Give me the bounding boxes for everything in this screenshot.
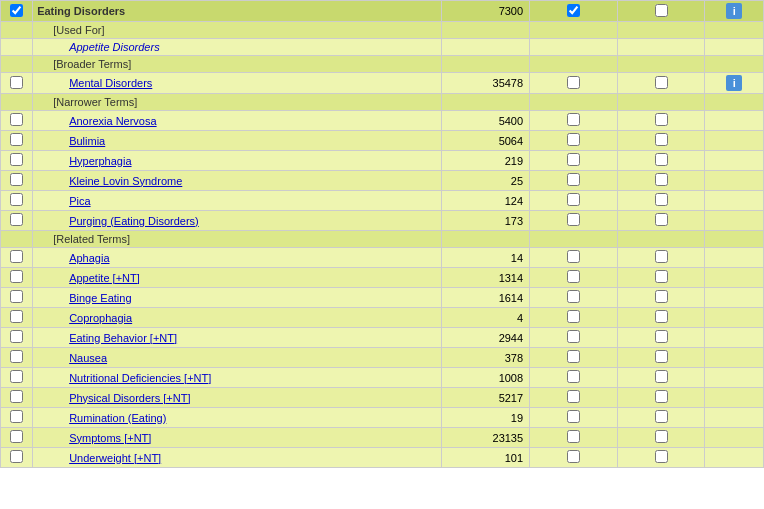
- related-cb1-0[interactable]: [567, 250, 580, 263]
- related-cb-9[interactable]: [10, 430, 23, 443]
- related-cb1-8[interactable]: [567, 410, 580, 423]
- main-term-count: 7300: [442, 1, 530, 22]
- related-cb2-10[interactable]: [655, 450, 668, 463]
- related-item-row-2: Binge Eating 1614: [1, 288, 764, 308]
- main-cb1[interactable]: [567, 4, 580, 17]
- narrower-cb-5[interactable]: [10, 213, 23, 226]
- related-item-row-4: Eating Behavior [+NT] 2944: [1, 328, 764, 348]
- related-cb1-10[interactable]: [567, 450, 580, 463]
- broader-header-row: [Broader Terms]: [1, 56, 764, 73]
- narrower-header-row: [Narrower Terms]: [1, 94, 764, 111]
- broader-item-cb1[interactable]: [567, 76, 580, 89]
- related-cb-4[interactable]: [10, 330, 23, 343]
- related-cb1-2[interactable]: [567, 290, 580, 303]
- related-cb1-1[interactable]: [567, 270, 580, 283]
- narrower-cb1-0[interactable]: [567, 113, 580, 126]
- related-item-row-1: Appetite [+NT] 1314: [1, 268, 764, 288]
- broader-item-checkbox[interactable]: [10, 76, 23, 89]
- narrower-item-row-5: Purging (Eating Disorders) 173: [1, 211, 764, 231]
- related-cb2-0[interactable]: [655, 250, 668, 263]
- used-for-header-label: [Used For]: [33, 22, 442, 39]
- narrower-cb-2[interactable]: [10, 153, 23, 166]
- related-cb2-6[interactable]: [655, 370, 668, 383]
- main-checkbox-cell[interactable]: [1, 1, 33, 22]
- main-cb2[interactable]: [655, 4, 668, 17]
- related-cb1-5[interactable]: [567, 350, 580, 363]
- narrower-cb1-4[interactable]: [567, 193, 580, 206]
- narrower-item-row-2: Hyperphagia 219: [1, 151, 764, 171]
- related-cb-5[interactable]: [10, 350, 23, 363]
- narrower-cb-1[interactable]: [10, 133, 23, 146]
- broader-header-label: [Broader Terms]: [33, 56, 442, 73]
- main-term-label: Eating Disorders: [33, 1, 442, 22]
- narrower-cb-4[interactable]: [10, 193, 23, 206]
- related-cb2-9[interactable]: [655, 430, 668, 443]
- related-cb2-4[interactable]: [655, 330, 668, 343]
- related-header-label: [Related Terms]: [33, 231, 442, 248]
- results-table: Eating Disorders 7300 i [Used For]: [0, 0, 764, 468]
- related-cb-2[interactable]: [10, 290, 23, 303]
- main-cb2-cell[interactable]: [617, 1, 705, 22]
- related-item-row-3: Coprophagia 4: [1, 308, 764, 328]
- narrower-cb2-4[interactable]: [655, 193, 668, 206]
- main-container: Eating Disorders 7300 i [Used For]: [0, 0, 764, 468]
- related-item-row-9: Symptoms [+NT] 23135: [1, 428, 764, 448]
- related-header-row: [Related Terms]: [1, 231, 764, 248]
- narrower-cb1-3[interactable]: [567, 173, 580, 186]
- narrower-item-row-4: Pica 124: [1, 191, 764, 211]
- narrower-cb1-5[interactable]: [567, 213, 580, 226]
- broader-item-row: Mental Disorders 35478 i: [1, 73, 764, 94]
- main-info-cell[interactable]: i: [705, 1, 764, 22]
- narrower-item-row-1: Bulimia 5064: [1, 131, 764, 151]
- related-cb2-1[interactable]: [655, 270, 668, 283]
- main-info-icon[interactable]: i: [726, 3, 742, 19]
- used-for-header-cb-cell: [1, 22, 33, 39]
- narrower-cb-3[interactable]: [10, 173, 23, 186]
- narrower-cb2-2[interactable]: [655, 153, 668, 166]
- narrower-header-label: [Narrower Terms]: [33, 94, 442, 111]
- narrower-cb2-5[interactable]: [655, 213, 668, 226]
- related-cb-10[interactable]: [10, 450, 23, 463]
- related-cb-7[interactable]: [10, 390, 23, 403]
- related-cb1-7[interactable]: [567, 390, 580, 403]
- related-item-row-7: Physical Disorders [+NT] 5217: [1, 388, 764, 408]
- related-cb2-8[interactable]: [655, 410, 668, 423]
- related-cb2-3[interactable]: [655, 310, 668, 323]
- narrower-item-row-0: Anorexia Nervosa 5400: [1, 111, 764, 131]
- used-for-term[interactable]: Appetite Disorders: [33, 39, 442, 56]
- related-item-row-6: Nutritional Deficiencies [+NT] 1008: [1, 368, 764, 388]
- related-cb2-5[interactable]: [655, 350, 668, 363]
- related-cb1-3[interactable]: [567, 310, 580, 323]
- used-for-item-row: Appetite Disorders: [1, 39, 764, 56]
- narrower-cb2-0[interactable]: [655, 113, 668, 126]
- related-cb-3[interactable]: [10, 310, 23, 323]
- related-cb-0[interactable]: [10, 250, 23, 263]
- broader-item-label[interactable]: Mental Disorders: [33, 73, 442, 94]
- related-cb-6[interactable]: [10, 370, 23, 383]
- narrower-cb2-3[interactable]: [655, 173, 668, 186]
- main-term-row: Eating Disorders 7300 i: [1, 1, 764, 22]
- narrower-item-row-3: Kleine Lovin Syndrome 25: [1, 171, 764, 191]
- related-cb2-7[interactable]: [655, 390, 668, 403]
- related-cb-1[interactable]: [10, 270, 23, 283]
- narrower-cb2-1[interactable]: [655, 133, 668, 146]
- used-for-header-row: [Used For]: [1, 22, 764, 39]
- related-cb1-6[interactable]: [567, 370, 580, 383]
- related-item-row-10: Underweight [+NT] 101: [1, 448, 764, 468]
- related-cb1-9[interactable]: [567, 430, 580, 443]
- related-item-row-8: Rumination (Eating) 19: [1, 408, 764, 428]
- related-item-row-0: Aphagia 14: [1, 248, 764, 268]
- broader-item-cb2[interactable]: [655, 76, 668, 89]
- related-item-row-5: Nausea 378: [1, 348, 764, 368]
- narrower-cb-0[interactable]: [10, 113, 23, 126]
- narrower-cb1-2[interactable]: [567, 153, 580, 166]
- related-cb1-4[interactable]: [567, 330, 580, 343]
- broader-item-count: 35478: [442, 73, 530, 94]
- main-checkbox[interactable]: [10, 4, 23, 17]
- narrower-cb1-1[interactable]: [567, 133, 580, 146]
- related-cb2-2[interactable]: [655, 290, 668, 303]
- related-cb-8[interactable]: [10, 410, 23, 423]
- main-cb1-cell[interactable]: [530, 1, 618, 22]
- broader-item-info-icon[interactable]: i: [726, 75, 742, 91]
